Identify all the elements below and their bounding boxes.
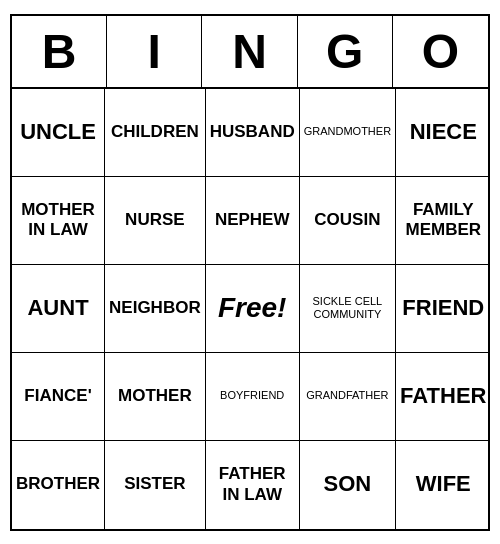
bingo-letter: G (298, 16, 393, 87)
bingo-header: BINGO (12, 16, 488, 89)
bingo-card: BINGO UNCLECHILDRENHUSBANDGRANDMOTHERNIE… (10, 14, 490, 531)
bingo-cell: FATHER IN LAW (206, 441, 300, 529)
bingo-cell: MOTHER (105, 353, 206, 441)
bingo-grid: UNCLECHILDRENHUSBANDGRANDMOTHERNIECEMOTH… (12, 89, 488, 529)
bingo-letter: B (12, 16, 107, 87)
bingo-cell: SISTER (105, 441, 206, 529)
bingo-cell: BOYFRIEND (206, 353, 300, 441)
bingo-cell: Free! (206, 265, 300, 353)
bingo-cell: FIANCE' (12, 353, 105, 441)
bingo-cell: HUSBAND (206, 89, 300, 177)
bingo-cell: FATHER (396, 353, 490, 441)
bingo-letter: I (107, 16, 202, 87)
bingo-cell: CHILDREN (105, 89, 206, 177)
bingo-letter: O (393, 16, 488, 87)
bingo-cell: NURSE (105, 177, 206, 265)
bingo-cell: FAMILY MEMBER (396, 177, 490, 265)
bingo-letter: N (202, 16, 297, 87)
bingo-cell: COUSIN (300, 177, 396, 265)
bingo-cell: MOTHER IN LAW (12, 177, 105, 265)
bingo-cell: GRANDMOTHER (300, 89, 396, 177)
bingo-cell: AUNT (12, 265, 105, 353)
bingo-cell: FRIEND (396, 265, 490, 353)
bingo-cell: NEPHEW (206, 177, 300, 265)
bingo-cell: UNCLE (12, 89, 105, 177)
bingo-cell: NEIGHBOR (105, 265, 206, 353)
bingo-cell: SICKLE CELL COMMUNITY (300, 265, 396, 353)
bingo-cell: NIECE (396, 89, 490, 177)
bingo-cell: WIFE (396, 441, 490, 529)
bingo-cell: GRANDFATHER (300, 353, 396, 441)
bingo-cell: SON (300, 441, 396, 529)
bingo-cell: BROTHER (12, 441, 105, 529)
